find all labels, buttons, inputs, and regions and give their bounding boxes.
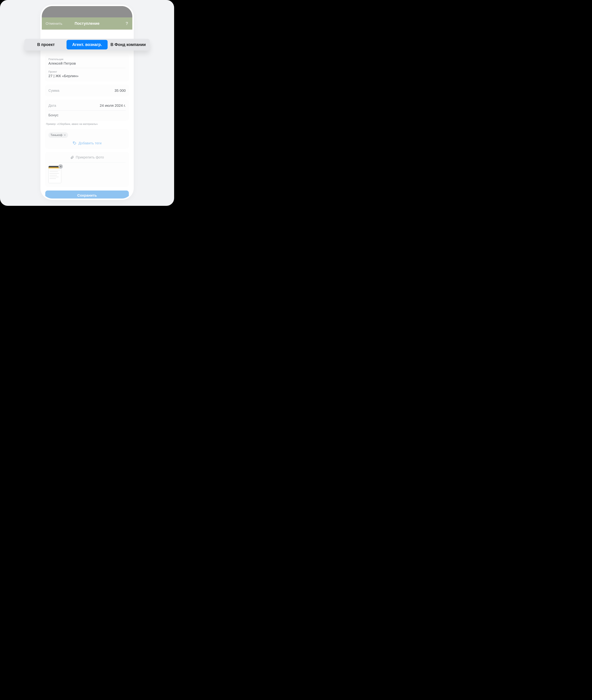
attach-photo-button[interactable]: Прикрепить фото (48, 155, 126, 162)
tag-icon (72, 141, 77, 145)
date-field[interactable]: Дата 24 июля 2024 г. (48, 101, 126, 110)
attach-card: Прикрепить фото ✕ (45, 152, 129, 187)
screen-title: Поступление (75, 21, 99, 26)
status-bar (42, 6, 132, 17)
segmented-control: В проект Агент. вознагр. В Фонд компании (24, 39, 150, 50)
date-note-card: Дата 24 июля 2024 г. Бонус (45, 100, 129, 120)
save-button-label: Сохранить (77, 193, 97, 197)
tags-card: Тинькоф ✕ Добавить теги (45, 130, 129, 148)
attach-photo-label: Прикрепить фото (76, 155, 104, 159)
add-tags-label: Добавить теги (79, 141, 101, 145)
tab-company-fund[interactable]: В Фонд компании (108, 40, 149, 49)
amount-value: 35 000 (114, 89, 126, 93)
tag-chip-label: Тинькоф (50, 133, 62, 137)
project-field[interactable]: Проект 27 | ЖК «Берлин» (48, 68, 126, 81)
note-field[interactable]: Бонус (48, 110, 126, 119)
date-value: 24 июля 2024 г. (100, 103, 126, 108)
paperclip-icon (70, 155, 74, 159)
payer-project-card: Плательщик Алексей Петров Проект 27 | ЖК… (45, 55, 129, 81)
amount-card[interactable]: Сумма 35 000 (45, 85, 129, 96)
svg-point-0 (73, 142, 74, 143)
project-label: Проект (48, 70, 126, 73)
note-hint: Пример: «Сбербанк, аванс на материалы» (46, 122, 128, 126)
save-button[interactable]: Сохранить (45, 191, 129, 199)
app-header: Отменить Поступление ? (42, 17, 132, 30)
attachment-thumbnail[interactable]: ✕ (48, 166, 61, 183)
date-label: Дата (48, 104, 56, 108)
payer-value: Алексей Петров (48, 61, 126, 65)
cancel-button[interactable]: Отменить (46, 21, 62, 26)
amount-label: Сумма (48, 89, 59, 93)
note-value: Бонус (48, 113, 126, 117)
help-button[interactable]: ? (126, 21, 128, 26)
tag-remove-icon[interactable]: ✕ (64, 134, 66, 137)
payer-label: Плательщик (48, 58, 126, 61)
tab-to-project[interactable]: В проект (26, 40, 66, 49)
payer-field[interactable]: Плательщик Алексей Петров (48, 56, 126, 68)
tag-chip[interactable]: Тинькоф ✕ (48, 132, 68, 138)
tab-agent-reward[interactable]: Агент. вознагр. (66, 40, 108, 49)
add-tags-button[interactable]: Добавить теги (48, 141, 126, 145)
remove-attachment-icon[interactable]: ✕ (58, 164, 63, 169)
project-value: 27 | ЖК «Берлин» (48, 74, 126, 78)
